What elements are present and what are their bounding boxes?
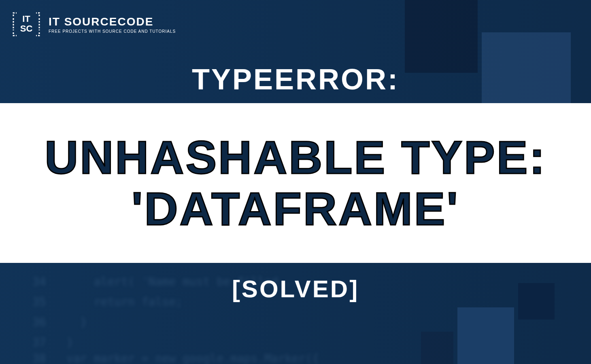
svg-text:SC: SC (20, 23, 33, 34)
bg-line-38: 38 var marker = new google.maps.Marker({ (32, 352, 319, 364)
decorative-square (421, 332, 453, 364)
svg-text:IT: IT (22, 14, 30, 24)
bg-line-37: 37 } (32, 336, 73, 349)
logo-icon: IT SC (10, 8, 43, 40)
white-banner: UNHASHABLE TYPE: 'DATAFRAME' (0, 103, 591, 263)
bg-line-35: 35 return false; (32, 295, 183, 309)
logo: IT SC IT SOURCECODE FREE PROJECTS WITH S… (10, 8, 176, 40)
decorative-square (405, 0, 478, 73)
header-typeerror: TYPEERROR: (192, 63, 399, 96)
bg-line-36: 36 } (32, 315, 87, 329)
banner-line2: 'DATAFRAME' (132, 183, 459, 235)
footer-solved: [SOLVED] (232, 275, 359, 303)
logo-subtitle: FREE PROJECTS WITH SOURCE CODE AND TUTOR… (49, 29, 176, 34)
decorative-square (518, 283, 555, 320)
decorative-square (457, 307, 514, 364)
logo-text: IT SOURCECODE FREE PROJECTS WITH SOURCE … (49, 15, 176, 34)
banner-line1: UNHASHABLE TYPE: (45, 132, 546, 183)
logo-title: IT SOURCECODE (49, 15, 176, 28)
